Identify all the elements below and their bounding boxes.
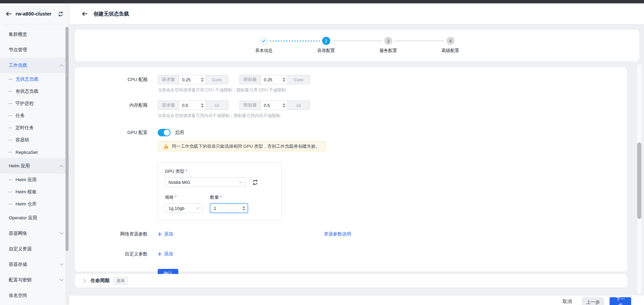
gpu-enable-toggle[interactable]: [158, 129, 171, 136]
next-step-button[interactable]: 下一步: [610, 297, 631, 305]
dash-icon: [8, 91, 12, 92]
optional-badge: 选填: [113, 277, 128, 285]
sidebar-section-helm[interactable]: Helm 应用: [0, 158, 69, 174]
required-mark: *: [220, 195, 222, 200]
sidebar-item-namespace[interactable]: 命名空间: [0, 288, 69, 303]
sidebar-item-replicaset[interactable]: ReplicaSet: [0, 146, 69, 158]
sidebar-item-pods[interactable]: 容器组: [0, 134, 69, 146]
gpu-toggle-label: 启用: [175, 130, 184, 136]
sidebar-section-container-storage[interactable]: 容器存储: [0, 257, 69, 272]
sidebar-item-helm-template[interactable]: Helm 模板: [0, 186, 69, 198]
cpu-request-input[interactable]: [182, 77, 197, 82]
sidebar-section-container-network[interactable]: 容器网络: [0, 226, 69, 241]
cpu-request-group: 请求量 Core: [158, 75, 228, 84]
step-connector-dotted: [270, 40, 320, 41]
cpu-limit-group: 限制量 Core: [239, 75, 310, 84]
plus-icon: [158, 252, 162, 256]
stepper-card: 基本信息 2 容器配置 3 服务配置 4 高级配置: [75, 30, 639, 61]
stepper-arrows-icon[interactable]: [283, 78, 285, 82]
chevron-down-icon: [59, 262, 63, 266]
sidebar-section-config-secrets[interactable]: 配置与密钥: [0, 272, 69, 288]
add-custom-param-button[interactable]: 添加: [158, 249, 173, 259]
toggle-knob: [164, 130, 170, 136]
previous-step-button[interactable]: 上一步: [582, 297, 604, 305]
gpu-type-select[interactable]: Nvidia MIG: [165, 177, 246, 187]
cpu-unit-addon: Core: [287, 75, 310, 84]
add-network-param-button[interactable]: 添加: [158, 229, 173, 239]
gpu-config-label: GPU 配置: [75, 128, 148, 221]
step-container-config: 2 容器配置: [322, 37, 330, 45]
sidebar-section-workloads[interactable]: 工作负载: [0, 58, 69, 73]
lifecycle-section[interactable]: 生命周期 选填: [75, 274, 627, 287]
gpu-settings-card: GPU 类型* Nvidia MIG: [158, 162, 282, 221]
sidebar-item-daemonset[interactable]: 守护进程: [0, 98, 69, 110]
custom-params-label: 自定义参数: [75, 249, 148, 259]
sidebar-item-cluster-overview[interactable]: 集群概览: [0, 27, 69, 42]
sidebar-item-operator-app[interactable]: Operator 应用: [0, 210, 69, 226]
sidebar-item-stateless-workload[interactable]: 无状态负载: [0, 73, 69, 85]
sidebar-scrollbar-thumb[interactable]: [66, 27, 69, 251]
content-header: 创建无状态负载: [69, 3, 644, 24]
step-advanced-config: 4 高级配置: [446, 37, 455, 45]
stepper-arrows-icon[interactable]: [242, 206, 245, 211]
warning-icon: [163, 144, 169, 149]
resource-params-doc-link[interactable]: 资源参数说明: [324, 229, 351, 239]
chevron-up-icon: [59, 165, 63, 169]
main-scrollbar-thumb[interactable]: [637, 142, 641, 219]
sidebar-item-job[interactable]: 任务: [0, 110, 69, 122]
step-basic-info: 基本信息: [260, 37, 268, 45]
sidebar-item-node-management[interactable]: 节点管理: [0, 42, 69, 58]
page-title: 创建无状态负载: [94, 11, 129, 17]
step-connector: [332, 40, 382, 41]
dash-icon: [8, 115, 12, 116]
main-scrollbar[interactable]: [637, 64, 641, 294]
container-config-form: CPU 配额 请求量 Core 限制量: [75, 67, 627, 272]
cpu-limit-input[interactable]: [264, 77, 279, 82]
dash-icon: [8, 79, 12, 80]
switch-cluster-icon[interactable]: [58, 11, 63, 17]
cancel-button[interactable]: 取消: [563, 299, 572, 305]
cpu-quota-label: CPU 配额: [75, 75, 148, 93]
sidebar-item-cronjob[interactable]: 定时任务: [0, 122, 69, 134]
dash-icon: [8, 192, 12, 192]
gpu-type-label: GPU 类型*: [165, 168, 275, 174]
sidebar-menu: 集群概览 节点管理 工作负载 无状态负载 有状态负载 守护进程 任务 定时任务 …: [0, 25, 69, 303]
stepper-arrows-icon[interactable]: [283, 103, 285, 108]
memory-request-input[interactable]: [182, 103, 197, 108]
stepper-arrows-icon[interactable]: [201, 78, 204, 82]
back-arrow-icon[interactable]: [81, 10, 88, 17]
custom-params-row: 自定义参数 添加: [75, 249, 627, 259]
memory-limit-input[interactable]: [264, 103, 279, 108]
gpu-spec-select[interactable]: 1g.10gb: [165, 203, 203, 213]
cpu-quota-row: CPU 配额 请求量 Core 限制量: [75, 75, 627, 93]
sidebar-scrollbar[interactable]: [66, 26, 69, 305]
sidebar-item-helm-app[interactable]: Helm 应用: [0, 174, 69, 186]
sidebar-item-stateful-workload[interactable]: 有状态负载: [0, 85, 69, 98]
refresh-gpu-types-icon[interactable]: [252, 179, 258, 186]
lifecycle-title: 生命周期: [91, 278, 109, 284]
stepper: 基本信息 2 容器配置 3 服务配置 4 高级配置: [75, 30, 639, 45]
gpu-count-input[interactable]: [210, 203, 248, 213]
back-arrow-icon[interactable]: [5, 10, 12, 17]
gpu-spec-label: 规格*: [165, 194, 203, 200]
dash-icon: [8, 140, 12, 140]
cpu-request-addon: 请求量: [158, 75, 179, 84]
memory-request-addon: 请求量: [158, 101, 179, 110]
window-top-bar: [0, 0, 644, 3]
step-connector: [394, 40, 444, 41]
memory-unit-addon: Gi: [287, 101, 310, 110]
dash-icon: [8, 128, 12, 128]
cpu-quota-hint: 当前命名空间请求量可用 CPU 不做限制；限制量可用 CPU 不做限制: [158, 87, 627, 93]
chevron-right-icon: [82, 279, 85, 282]
footer-action-bar: 取消 上一步 下一步: [69, 295, 644, 305]
required-mark: *: [186, 169, 187, 174]
sidebar-item-custom-resources[interactable]: 自定义资源: [0, 241, 69, 257]
gpu-warning-alert: 同一工作负载下的容器只能选择相同 GPU 类型，否则工作负载将创建失败。: [158, 141, 326, 151]
sidebar-item-helm-repo[interactable]: Helm 仓库: [0, 198, 69, 210]
gpu-count-label: 数量*: [210, 194, 248, 200]
network-params-label: 网络资源参数: [75, 229, 148, 239]
dash-icon: [8, 204, 12, 204]
gpu-count-field[interactable]: [214, 206, 237, 211]
memory-unit-addon: Gi: [206, 101, 228, 110]
stepper-arrows-icon[interactable]: [201, 103, 204, 108]
